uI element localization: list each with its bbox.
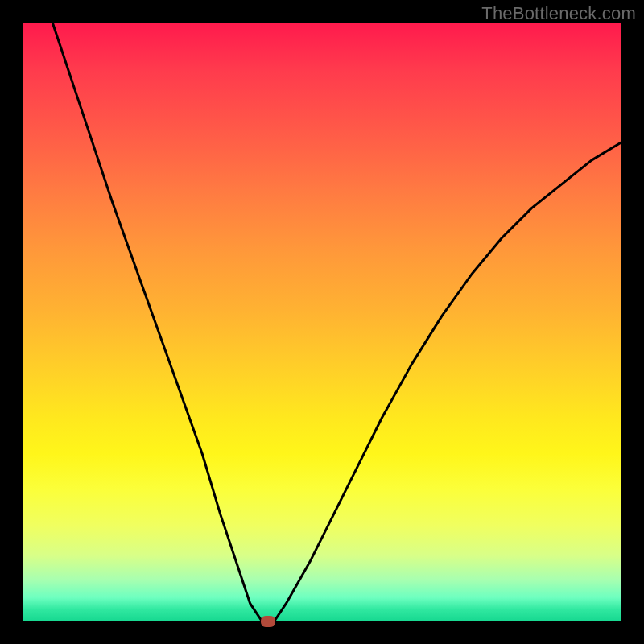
bottleneck-curve	[23, 23, 621, 621]
optimal-point-marker	[261, 616, 275, 627]
watermark-text: TheBottleneck.com	[481, 3, 636, 24]
